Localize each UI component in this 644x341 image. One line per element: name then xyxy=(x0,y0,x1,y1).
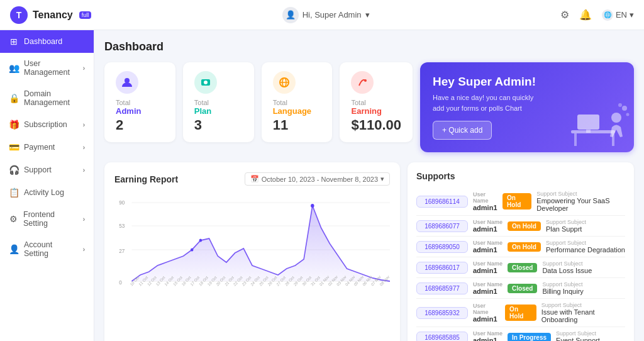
support-row[interactable]: 1689689050 User Name admin1 On Hold Supp… xyxy=(416,237,625,257)
chevron-down-icon: ▾ xyxy=(380,175,384,183)
support-icon: 🎧 xyxy=(9,165,19,175)
svg-point-14 xyxy=(626,113,630,116)
logo-icon: T xyxy=(10,6,28,24)
quick-add-button[interactable]: + Quick add xyxy=(433,121,492,140)
support-id: 1689686017 xyxy=(416,262,468,274)
chevron-down-icon: ▾ xyxy=(365,10,370,20)
support-status-badge: On Hold xyxy=(505,305,536,321)
page-title: Dashboard xyxy=(104,40,634,53)
earning-value: $110.00 xyxy=(351,117,401,133)
svg-text:53: 53 xyxy=(119,223,125,229)
chevron-right-icon: › xyxy=(83,246,85,253)
support-id: 1689685932 xyxy=(416,307,468,319)
support-row[interactable]: 1689686017 User Name admin1 Closed Suppo… xyxy=(416,257,625,278)
svg-point-12 xyxy=(611,113,621,123)
bottom-row: Earning Report 📅 October 10, 2023 - Nove… xyxy=(104,162,634,341)
stat-cards-row: Total Admin 2 Total Plan 3 xyxy=(104,62,413,142)
support-row[interactable]: 1689686114 User Name admin1 On Hold Supp… xyxy=(416,187,625,216)
user-greeting: Hi, Super Admin xyxy=(303,10,362,20)
plan-top-label: Total xyxy=(194,99,243,106)
svg-text:0: 0 xyxy=(119,279,122,286)
language-top-label: Total xyxy=(273,99,321,106)
sidebar-item-label: User Management xyxy=(24,59,78,77)
settings-icon[interactable]: ⚙ xyxy=(560,9,569,21)
chevron-right-icon: › xyxy=(83,167,85,174)
header: T Tenancy full 👤 Hi, Super Admin ▾ ⚙ 🔔 🌐… xyxy=(0,0,644,30)
sidebar-item-label: Account Setting xyxy=(24,240,78,258)
sidebar-item-account-setting[interactable]: 👤 Account Setting › xyxy=(0,234,94,264)
logo-area: T Tenancy full xyxy=(10,6,91,24)
support-row[interactable]: 1689685932 User Name admin1 On Hold Supp… xyxy=(416,299,625,327)
sidebar-item-support[interactable]: 🎧 Support › xyxy=(0,159,94,181)
support-row[interactable]: 1689685977 User Name admin1 Closed Suppo… xyxy=(416,278,625,299)
sidebar-item-user-management[interactable]: 👥 User Management › xyxy=(0,53,94,83)
svg-point-15 xyxy=(618,103,622,107)
gift-icon: 🎁 xyxy=(9,120,19,130)
svg-rect-8 xyxy=(574,133,577,146)
user-menu[interactable]: 👤 Hi, Super Admin ▾ xyxy=(282,7,370,23)
payment-icon: 💳 xyxy=(9,142,19,152)
support-user: User Name admin1 xyxy=(473,191,497,211)
layout: ⊞ Dashboard 👥 User Management › 🔒 Domain… xyxy=(0,30,644,341)
support-row[interactable]: 1689686077 User Name admin1 On Hold Supp… xyxy=(416,216,625,237)
svg-point-25 xyxy=(199,239,203,242)
plan-label: Plan xyxy=(194,106,243,116)
language-label: Language xyxy=(273,106,321,116)
supports-title: Supports xyxy=(416,171,625,181)
support-user: User Name admin1 xyxy=(473,240,502,254)
support-status-badge: On Hold xyxy=(502,193,531,210)
support-subject: Support Subject Event Support xyxy=(556,330,600,341)
support-subject: Support Subject Data Loss Issue xyxy=(542,260,592,274)
sidebar-item-domain-management[interactable]: 🔒 Domain Management xyxy=(0,83,94,113)
sidebar-item-dashboard[interactable]: ⊞ Dashboard xyxy=(0,30,94,53)
date-range-text: October 10, 2023 - November 8, 2023 xyxy=(262,176,378,183)
dashboard-icon: ⊞ xyxy=(9,36,19,47)
support-row[interactable]: 1689685885 User Name admin1 In Progress … xyxy=(416,327,625,341)
sidebar-item-frontend-setting[interactable]: ⚙ Frontend Setting › xyxy=(0,204,94,234)
svg-rect-7 xyxy=(571,130,615,133)
stat-card-plan: Total Plan 3 xyxy=(183,62,254,142)
chevron-right-icon: › xyxy=(83,121,85,128)
sidebar-item-label: Payment xyxy=(24,143,55,152)
hero-card: Hey Super Admin! Have a nice day! you ca… xyxy=(420,62,634,152)
chevron-down-icon: ▾ xyxy=(630,10,634,20)
sidebar: ⊞ Dashboard 👥 User Management › 🔒 Domain… xyxy=(0,30,94,341)
svg-point-13 xyxy=(622,106,627,111)
support-subject: Support Subject Plan Supprt xyxy=(546,219,586,233)
calendar-icon: 📅 xyxy=(250,175,259,183)
hero-subtitle: Have a nice day! you can quickly add you… xyxy=(433,92,546,113)
svg-point-24 xyxy=(191,249,194,252)
date-range-picker[interactable]: 📅 October 10, 2023 - November 8, 2023 ▾ xyxy=(245,172,390,186)
frontend-icon: ⚙ xyxy=(9,214,18,224)
admin-value: 2 xyxy=(116,117,164,133)
support-user: User Name admin1 xyxy=(473,303,500,323)
lang-label: EN xyxy=(616,10,627,20)
bell-icon[interactable]: 🔔 xyxy=(579,9,592,21)
header-icons: ⚙ 🔔 🌐 EN ▾ xyxy=(560,9,634,21)
plan-icon xyxy=(194,71,217,94)
sidebar-item-payment[interactable]: 💳 Payment › xyxy=(0,136,94,159)
support-subject: Support Subject Billing Inquiry xyxy=(542,281,583,295)
log-icon: 📋 xyxy=(9,187,19,198)
language-switcher[interactable]: 🌐 EN ▾ xyxy=(602,9,634,21)
chevron-right-icon: › xyxy=(83,216,85,223)
support-status-badge: Closed xyxy=(508,284,537,293)
svg-text:90: 90 xyxy=(119,199,125,206)
support-user: User Name admin1 xyxy=(473,219,502,233)
svg-point-26 xyxy=(311,204,314,208)
lock-icon: 🔒 xyxy=(9,93,19,103)
sidebar-item-activity-log[interactable]: 📋 Activity Log xyxy=(0,181,94,204)
hero-illustration xyxy=(565,96,634,152)
support-subject: Support Subject Issue with Tenant Onboar… xyxy=(541,302,625,323)
chevron-right-icon: › xyxy=(83,65,85,72)
sidebar-item-label: Support xyxy=(24,165,52,174)
sidebar-item-subscription[interactable]: 🎁 Subscription › xyxy=(0,113,94,136)
language-icon xyxy=(273,71,296,94)
support-rows: 1689686114 User Name admin1 On Hold Supp… xyxy=(416,187,625,341)
chart-header: Earning Report 📅 October 10, 2023 - Nove… xyxy=(114,172,390,186)
plan-value: 3 xyxy=(194,117,243,133)
stat-card-language: Total Language 11 xyxy=(262,62,333,142)
earning-chart: 90 53 27 0 xyxy=(114,193,390,300)
stat-card-earning: Total Earning $110.00 xyxy=(340,62,413,142)
chevron-right-icon: › xyxy=(83,144,85,151)
